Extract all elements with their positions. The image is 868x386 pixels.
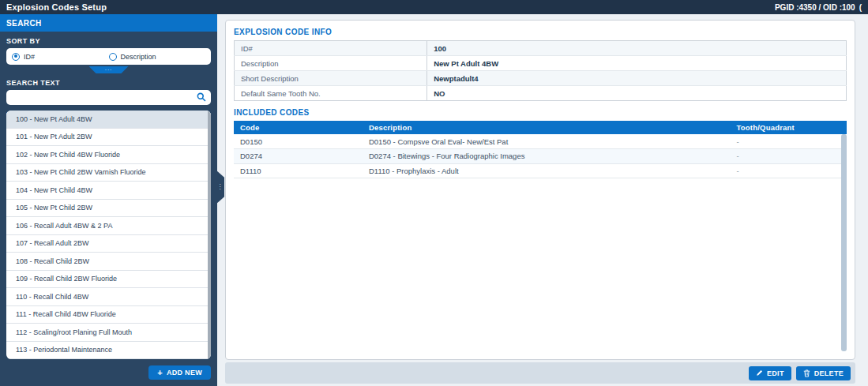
included-code-row[interactable]: D0150 D0150 - Compsve Oral Eval- New/Est… [234,134,847,149]
add-new-button[interactable]: + ADD NEW [148,365,211,380]
sort-option-label: Description [121,53,156,61]
detail-panel: EXPLOSION CODE INFO ID# 100 Description … [225,20,855,360]
info-row: Short Description Newptadult4 [235,71,847,86]
info-label: Default Same Tooth No. [235,86,427,101]
add-new-label: ADD NEW [167,369,202,377]
vertical-dots-icon: ⋮ [217,184,224,190]
description-cell: D0274 - Bitewings - Four Radiographic Im… [363,149,731,164]
search-result-item[interactable]: 106 - Recall Adult 4BW & 2 PA [6,217,211,235]
plus-icon: + [157,369,163,377]
code-cell: D1110 [234,163,363,178]
search-result-item[interactable]: 108 - Recall Child 2BW [6,253,211,271]
included-codes-title: INCLUDED CODES [234,108,847,117]
explosion-code-info-table: ID# 100 Description New Pt Adult 4BW Sho… [234,40,847,101]
pencil-icon [756,369,763,377]
search-result-item[interactable]: 111 - Recall Child 4BW Fluoride [6,306,211,324]
search-result-list: 100 - New Pt Adult 4BW 101 - New Pt Adul… [6,111,211,359]
sort-option-id[interactable]: ID# [12,53,109,61]
search-section-header: SEARCH [0,14,217,32]
included-codes-table: Code Description Tooth/Quadrant D0150 D0… [234,121,847,178]
info-row: Description New Pt Adult 4BW [235,56,847,71]
search-input[interactable] [6,92,211,107]
search-text-label: SEARCH TEXT [6,79,211,87]
ellipsis-icon: ... [105,67,113,70]
delete-button[interactable]: DELETE [796,366,851,380]
edit-label: EDIT [767,369,784,377]
delete-label: DELETE [814,369,844,377]
search-result-item[interactable]: 102 - New Pt Child 4BW Fluoride [6,146,211,164]
search-result-item[interactable]: 109 - Recall Child 2BW Fluoride [6,271,211,289]
search-result-item[interactable]: 105 - New Pt Child 2BW [6,200,211,218]
search-icon[interactable] [197,92,206,102]
info-value: NO [427,86,847,101]
sort-by-group: ID# Description [6,48,211,65]
column-header-code: Code [234,121,363,134]
search-result-item[interactable]: 112 - Scaling/root Planing Full Mouth [6,324,211,342]
sort-option-label: ID# [24,53,35,61]
panel-scrollbar[interactable] [841,134,847,351]
included-codes-header-row: Code Description Tooth/Quadrant [234,121,847,134]
info-value: New Pt Adult 4BW [427,56,847,71]
tooth-quadrant-cell: - [731,163,847,178]
search-result-item[interactable]: 104 - New Pt Child 4BW [6,182,211,200]
session-info: PGID :4350 / OID :100 [775,3,855,12]
column-header-tooth-quadrant: Tooth/Quadrant [731,121,847,134]
included-code-row[interactable]: D0274 D0274 - Bitewings - Four Radiograp… [234,149,847,164]
info-label: Short Description [235,71,427,86]
info-value: 100 [427,41,847,56]
list-scrollbar[interactable] [208,111,211,359]
session-info-suffix: ( [859,3,862,12]
main-content: EXPLOSION CODE INFO ID# 100 Description … [217,14,868,386]
radio-icon[interactable] [109,53,117,61]
edit-button[interactable]: EDIT [749,366,791,380]
code-cell: D0274 [234,149,363,164]
info-label: Description [235,56,427,71]
info-row: ID# 100 [235,41,847,56]
sort-by-label: SORT BY [6,37,211,45]
info-value: Newptadult4 [427,71,847,86]
search-box [6,90,211,105]
app-window: Explosion Codes Setup PGID :4350 / OID :… [0,0,868,386]
included-code-row[interactable]: D1110 D1110 - Prophylaxis - Adult - [234,163,847,178]
search-result-item[interactable]: 101 - New Pt Adult 2BW [6,129,211,147]
search-sidebar: SEARCH SORT BY ID# Description ... SEARC… [0,14,217,386]
top-bar: Explosion Codes Setup PGID :4350 / OID :… [0,0,868,14]
search-result-item[interactable]: 100 - New Pt Adult 4BW [6,111,211,129]
included-codes-area: Code Description Tooth/Quadrant D0150 D0… [234,121,847,354]
radio-icon[interactable] [12,53,20,61]
info-row: Default Same Tooth No. NO [235,86,847,101]
sort-option-description[interactable]: Description [109,53,206,61]
search-result-item[interactable]: 113 - Periodontal Maintenance [6,342,211,360]
explosion-code-info-title: EXPLOSION CODE INFO [234,28,847,36]
search-result-item[interactable]: 103 - New Pt Child 2BW Varnish Fluoride [6,164,211,182]
column-header-description: Description [363,121,731,134]
code-cell: D0150 [234,134,363,149]
info-label: ID# [235,41,427,56]
tooth-quadrant-cell: - [731,149,847,164]
description-cell: D1110 - Prophylaxis - Adult [363,163,731,178]
search-result-item[interactable]: 110 - Recall Child 4BW [6,288,211,306]
page-title: Explosion Codes Setup [6,2,107,12]
trash-icon [803,369,810,377]
tooth-quadrant-cell: - [731,134,847,149]
description-cell: D0150 - Compsve Oral Eval- New/Est Pat [363,134,731,149]
collapse-handle[interactable]: ... [89,66,129,73]
action-footer: EDIT DELETE [225,362,855,384]
search-result-item[interactable]: 107 - Recall Adult 2BW [6,235,211,253]
